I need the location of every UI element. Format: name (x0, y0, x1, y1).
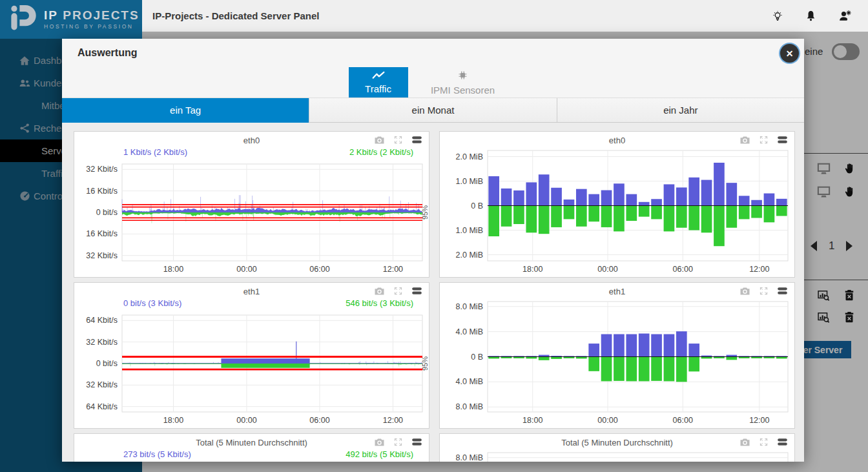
svg-text:8.0 MiB: 8.0 MiB (456, 453, 483, 462)
subtab-ein-tag[interactable]: ein Tag (62, 98, 309, 123)
chart-toolbar (374, 286, 422, 296)
svg-text:64 Kbit/s: 64 Kbit/s (86, 316, 118, 325)
logo-title-rest: PROJECTS (58, 8, 140, 22)
fullscreen-icon[interactable] (759, 135, 769, 145)
svg-text:00:00: 00:00 (597, 416, 617, 425)
svg-text:0 B: 0 B (471, 353, 483, 362)
snapshot-icon[interactable] (739, 287, 750, 296)
chart-card: eth01 Kbit/s (2 Kbit/s)2 Kbit/s (2 Kbit/… (74, 131, 429, 278)
chart-plot: 64 Kbit/s32 Kbit/s0 bit/s32 Kbit/s64 Kbi… (74, 312, 429, 428)
tab-traffic[interactable]: Traffic (349, 67, 408, 97)
close-icon[interactable]: ✕ (780, 44, 799, 63)
svg-text:18:00: 18:00 (522, 265, 542, 274)
chart-menu-icon[interactable] (411, 438, 422, 446)
svg-text:32 Kbit/s: 32 Kbit/s (86, 380, 118, 389)
chart-toolbar (739, 437, 788, 447)
chip-icon (457, 70, 468, 83)
chart-toolbar (374, 437, 422, 447)
snapshot-icon[interactable] (374, 136, 385, 145)
chart-card-header: Total (5 Minuten Durchschnitt) (440, 434, 794, 449)
svg-text:00:00: 00:00 (236, 416, 256, 425)
subtab-ein-jahr[interactable]: ein Jahr (557, 98, 804, 123)
svg-text:16 Kbit/s: 16 Kbit/s (86, 229, 118, 238)
chart-toolbar (739, 286, 788, 296)
chart-toolbar (739, 135, 788, 145)
tab-ipmi-sensoren[interactable]: IPMI Sensoren (408, 67, 518, 97)
svg-text:06:00: 06:00 (673, 265, 693, 274)
chart-menu-icon[interactable] (777, 136, 788, 144)
chart-card-header: Total (5 Minuten Durchschnitt) (74, 434, 429, 449)
svg-text:06:00: 06:00 (673, 416, 693, 425)
svg-text:00:00: 00:00 (597, 265, 617, 274)
chart-card: eth10 bit/s (3 Kbit/s)546 bit/s (3 Kbit/… (74, 282, 429, 429)
chart-plot: 8.0 MiB4.0 MiB0 B4.0 MiB8.0 MiB18:0000:0… (440, 298, 794, 428)
chart-card: Total (5 Minuten Durchschnitt)273 bit/s … (74, 433, 429, 462)
snapshot-icon[interactable] (739, 136, 750, 145)
chart-card: eth18.0 MiB4.0 MiB0 B4.0 MiB8.0 MiB18:00… (439, 282, 795, 429)
fullscreen-icon[interactable] (393, 286, 403, 296)
notifications-icon[interactable] (805, 9, 817, 23)
tab-label: Traffic (365, 83, 391, 94)
logo-title-strong: IP (44, 8, 58, 22)
account-settings-icon[interactable] (838, 9, 852, 23)
logo-subtitle: HOSTING BY PASSION (44, 24, 140, 30)
fullscreen-icon[interactable] (759, 437, 769, 447)
svg-text:95%: 95% (421, 205, 429, 220)
snapshot-icon[interactable] (374, 287, 385, 296)
ip-projects-logo-icon (8, 3, 37, 36)
header-icons (772, 9, 868, 23)
legend-outbound: 492 bit/s (5 Kbit/s) (346, 449, 413, 462)
chart-plot: 8.0 MiB4.0 MiB0 B4.0 MiB8.0 MiB (440, 449, 794, 462)
tab-label: IPMI Sensoren (431, 85, 495, 96)
svg-text:2.0 MiB: 2.0 MiB (456, 251, 483, 260)
chart-card: eth02.0 MiB1.0 MiB0 B1.0 MiB2.0 MiB18:00… (439, 131, 795, 278)
svg-text:12:00: 12:00 (383, 265, 403, 274)
legend-outbound: 2 Kbit/s (2 Kbit/s) (349, 147, 413, 161)
svg-text:64 Kbit/s: 64 Kbit/s (86, 402, 118, 411)
traffic-line-icon (371, 70, 386, 81)
svg-text:0 bit/s: 0 bit/s (96, 208, 118, 217)
chart-menu-icon[interactable] (777, 438, 788, 446)
fullscreen-icon[interactable] (393, 437, 403, 447)
svg-text:18:00: 18:00 (163, 265, 183, 274)
svg-text:32 Kbit/s: 32 Kbit/s (86, 338, 118, 347)
chart-menu-icon[interactable] (411, 287, 422, 295)
idea-icon[interactable] (772, 9, 783, 23)
modal-tabs: TrafficIPMI Sensoren (62, 67, 804, 98)
top-header-bar: IP-Projects - Dedicated Server Panel (142, 0, 868, 32)
chart-menu-icon[interactable] (411, 136, 422, 144)
charts-area: eth01 Kbit/s (2 Kbit/s)2 Kbit/s (2 Kbit/… (62, 123, 804, 462)
svg-text:95%: 95% (421, 356, 429, 371)
chart-card-header: eth1 (440, 283, 794, 298)
modal-title: Auswertung (78, 47, 137, 59)
svg-text:12:00: 12:00 (749, 416, 769, 425)
svg-text:06:00: 06:00 (309, 265, 329, 274)
snapshot-icon[interactable] (739, 438, 750, 447)
chart-legend: 0 bit/s (3 Kbit/s)546 bit/s (3 Kbit/s) (74, 298, 429, 312)
auswertung-modal: Auswertung ✕ TrafficIPMI Sensoren ein Ta… (62, 39, 804, 462)
fullscreen-icon[interactable] (393, 135, 403, 145)
svg-text:1.0 MiB: 1.0 MiB (456, 177, 483, 186)
chart-legend: 1 Kbit/s (2 Kbit/s)2 Kbit/s (2 Kbit/s) (74, 147, 429, 161)
svg-text:8.0 MiB: 8.0 MiB (456, 402, 483, 411)
svg-text:18:00: 18:00 (522, 416, 542, 425)
modal-header: Auswertung ✕ (62, 39, 804, 67)
svg-text:12:00: 12:00 (383, 416, 403, 425)
subtab-ein-monat[interactable]: ein Monat (309, 98, 556, 123)
app-root: IP PROJECTS HOSTING BY PASSION IP-Projec… (0, 0, 868, 472)
svg-text:32 Kbit/s: 32 Kbit/s (86, 165, 118, 174)
svg-text:1.0 MiB: 1.0 MiB (456, 226, 483, 235)
svg-text:18:00: 18:00 (163, 416, 183, 425)
svg-text:8.0 MiB: 8.0 MiB (456, 302, 483, 311)
legend-inbound: 1 Kbit/s (2 Kbit/s) (123, 147, 187, 161)
charts-grid: eth01 Kbit/s (2 Kbit/s)2 Kbit/s (2 Kbit/… (74, 131, 795, 462)
fullscreen-icon[interactable] (759, 286, 769, 296)
legend-inbound: 0 bit/s (3 Kbit/s) (123, 298, 181, 312)
chart-toolbar (374, 135, 422, 145)
snapshot-icon[interactable] (374, 438, 385, 447)
svg-text:4.0 MiB: 4.0 MiB (456, 327, 483, 336)
svg-text:0 B: 0 B (471, 201, 483, 210)
chart-menu-icon[interactable] (777, 287, 788, 295)
legend-outbound: 546 bit/s (3 Kbit/s) (346, 298, 413, 312)
chart-card-header: eth0 (440, 132, 794, 147)
